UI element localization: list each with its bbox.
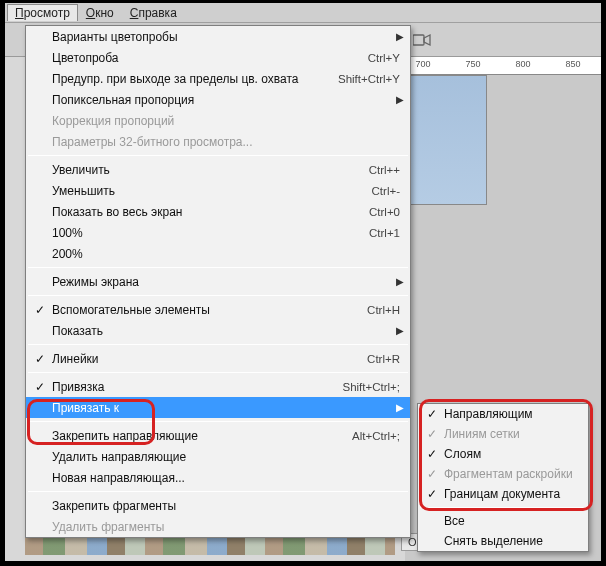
snap-to-separator bbox=[420, 507, 586, 508]
document-canvas[interactable] bbox=[407, 75, 487, 205]
check-icon: ✓ bbox=[426, 407, 438, 421]
menu-item-shortcut: Ctrl+H bbox=[367, 304, 400, 316]
view-menu-item[interactable]: Удалить направляющие bbox=[26, 446, 410, 467]
menu-item-label: Привязать к bbox=[52, 401, 400, 415]
submenu-arrow-icon: ▶ bbox=[396, 325, 404, 336]
menu-item-label: Уменьшить bbox=[52, 184, 372, 198]
view-menu-item[interactable]: Варианты цветопробы▶ bbox=[26, 26, 410, 47]
check-icon: ✓ bbox=[426, 447, 438, 461]
view-menu-item[interactable]: ЦветопробаCtrl+Y bbox=[26, 47, 410, 68]
menu-item-label: Показать во весь экран bbox=[52, 205, 369, 219]
snap-to-submenu: ✓Направляющим✓Линиям сетки✓Слоям✓Фрагмен… bbox=[417, 403, 589, 552]
menubar-item-view[interactable]: Просмотр bbox=[7, 4, 78, 21]
ruler-mark: 800 bbox=[515, 59, 530, 69]
check-icon: ✓ bbox=[34, 303, 46, 317]
view-menu-dropdown: Варианты цветопробы▶ЦветопробаCtrl+YПред… bbox=[25, 25, 411, 538]
menu-item-shortcut: Ctrl+R bbox=[367, 353, 400, 365]
view-menu-separator bbox=[28, 295, 408, 296]
view-menu-item[interactable]: ✓ЛинейкиCtrl+R bbox=[26, 348, 410, 369]
menu-item-label: Вспомогательные элементы bbox=[52, 303, 367, 317]
menubar-item-label: Справка bbox=[130, 6, 177, 20]
menu-item-label: Цветопроба bbox=[52, 51, 368, 65]
menu-item-label: Снять выделение bbox=[444, 534, 580, 548]
menu-item-label: Фрагментам раскройки bbox=[444, 467, 580, 481]
menu-item-label: Показать bbox=[52, 324, 400, 338]
view-menu-item[interactable]: 200% bbox=[26, 243, 410, 264]
menu-item-label: Слоям bbox=[444, 447, 580, 461]
check-icon: ✓ bbox=[426, 467, 438, 481]
view-menu-item[interactable]: УменьшитьCtrl+- bbox=[26, 180, 410, 201]
menu-item-label: Направляющим bbox=[444, 407, 580, 421]
view-menu-item[interactable]: Показать▶ bbox=[26, 320, 410, 341]
check-icon: ✓ bbox=[426, 487, 438, 501]
view-menu-item[interactable]: Новая направляющая... bbox=[26, 467, 410, 488]
menubar-item-label: Окно bbox=[86, 6, 114, 20]
snap-to-item: ✓Линиям сетки bbox=[418, 424, 588, 444]
menu-item-label: 100% bbox=[52, 226, 369, 240]
menubar-item-help[interactable]: Справка bbox=[122, 4, 185, 22]
menubar-item-window[interactable]: Окно bbox=[78, 4, 122, 22]
snap-to-item[interactable]: ✓Направляющим bbox=[418, 404, 588, 424]
view-menu-item[interactable]: Показать во весь экранCtrl+0 bbox=[26, 201, 410, 222]
view-menu-separator bbox=[28, 491, 408, 492]
view-menu-item[interactable]: Привязать к▶ bbox=[26, 397, 410, 418]
menu-item-label: Закрепить фрагменты bbox=[52, 499, 400, 513]
view-menu-separator bbox=[28, 267, 408, 268]
view-menu-item[interactable]: Предупр. при выходе за пределы цв. охват… bbox=[26, 68, 410, 89]
view-menu-item[interactable]: Закрепить фрагменты bbox=[26, 495, 410, 516]
menu-item-shortcut: Alt+Ctrl+; bbox=[352, 430, 400, 442]
menu-item-shortcut: Ctrl+1 bbox=[369, 227, 400, 239]
submenu-arrow-icon: ▶ bbox=[396, 402, 404, 413]
menu-item-label: Удалить направляющие bbox=[52, 450, 400, 464]
view-menu-item: Удалить фрагменты bbox=[26, 516, 410, 537]
menu-item-label: Закрепить направляющие bbox=[52, 429, 352, 443]
view-menu-item[interactable]: Закрепить направляющиеAlt+Ctrl+; bbox=[26, 425, 410, 446]
menu-item-label: Параметры 32-битного просмотра... bbox=[52, 135, 400, 149]
snap-to-item[interactable]: Все bbox=[418, 511, 588, 531]
photoshop-window: Просмотр Окно Справка 700 750 800 850 Об… bbox=[4, 2, 602, 562]
view-menu-item[interactable]: Попиксельная пропорция▶ bbox=[26, 89, 410, 110]
menu-item-label: Все bbox=[444, 514, 580, 528]
view-menu-item[interactable]: ✓Вспомогательные элементыCtrl+H bbox=[26, 299, 410, 320]
menubar-item-label: Просмотр bbox=[15, 6, 70, 20]
menu-item-label: Новая направляющая... bbox=[52, 471, 400, 485]
ruler-mark: 850 bbox=[565, 59, 580, 69]
view-menu-separator bbox=[28, 155, 408, 156]
snap-to-item: ✓Фрагментам раскройки bbox=[418, 464, 588, 484]
menu-item-label: Режимы экрана bbox=[52, 275, 400, 289]
menu-item-shortcut: Shift+Ctrl+; bbox=[342, 381, 400, 393]
video-camera-icon bbox=[413, 33, 431, 47]
menu-item-shortcut: Shift+Ctrl+Y bbox=[338, 73, 400, 85]
snap-to-item[interactable]: Снять выделение bbox=[418, 531, 588, 551]
thumbnail-strip bbox=[25, 537, 395, 555]
view-menu-separator bbox=[28, 372, 408, 373]
snap-to-item[interactable]: ✓Границам документа bbox=[418, 484, 588, 504]
menu-item-label: Коррекция пропорций bbox=[52, 114, 400, 128]
snap-to-item[interactable]: ✓Слоям bbox=[418, 444, 588, 464]
svg-rect-0 bbox=[413, 35, 424, 45]
view-menu-item: Параметры 32-битного просмотра... bbox=[26, 131, 410, 152]
menu-item-label: Попиксельная пропорция bbox=[52, 93, 400, 107]
submenu-arrow-icon: ▶ bbox=[396, 276, 404, 287]
view-menu-separator bbox=[28, 344, 408, 345]
view-menu-item[interactable]: ✓ПривязкаShift+Ctrl+; bbox=[26, 376, 410, 397]
menu-item-label: Привязка bbox=[52, 380, 342, 394]
menu-item-label: Предупр. при выходе за пределы цв. охват… bbox=[52, 72, 338, 86]
view-menu-item[interactable]: УвеличитьCtrl++ bbox=[26, 159, 410, 180]
view-menu-item[interactable]: 100%Ctrl+1 bbox=[26, 222, 410, 243]
view-menu-item[interactable]: Режимы экрана▶ bbox=[26, 271, 410, 292]
menu-item-label: Линиям сетки bbox=[444, 427, 580, 441]
menu-item-shortcut: Ctrl+0 bbox=[369, 206, 400, 218]
check-icon: ✓ bbox=[34, 380, 46, 394]
menu-item-label: Увеличить bbox=[52, 163, 369, 177]
submenu-arrow-icon: ▶ bbox=[396, 94, 404, 105]
submenu-arrow-icon: ▶ bbox=[396, 31, 404, 42]
menu-item-label: Границам документа bbox=[444, 487, 580, 501]
menu-item-shortcut: Ctrl++ bbox=[369, 164, 400, 176]
view-menu-separator bbox=[28, 421, 408, 422]
menu-item-shortcut: Ctrl+Y bbox=[368, 52, 400, 64]
menu-item-shortcut: Ctrl+- bbox=[372, 185, 400, 197]
horizontal-ruler: 700 750 800 850 bbox=[405, 57, 601, 75]
ruler-mark: 750 bbox=[465, 59, 480, 69]
check-icon: ✓ bbox=[426, 427, 438, 441]
